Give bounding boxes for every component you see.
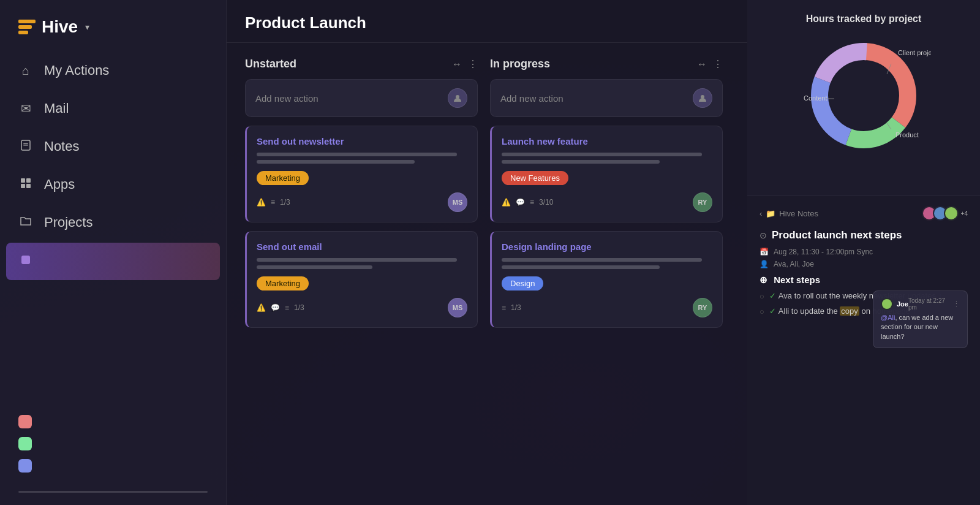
sidebar-item-active-project[interactable]	[6, 243, 220, 280]
card-line	[502, 265, 660, 269]
chat-bubble: Joe Today at 2:27 pm ⋮ @Ali, can we add …	[873, 290, 968, 348]
project-dot-blue[interactable]	[18, 459, 32, 473]
resize-icon[interactable]: ↔	[452, 59, 462, 70]
circle-icon: ○	[760, 306, 764, 317]
chat-header: Joe Today at 2:27 pm ⋮	[881, 297, 960, 311]
warning-icon: ⚠️	[257, 303, 266, 312]
notes-panel: ‹ 📁 Hive Notes +4 ⊙ Product launch next …	[747, 196, 980, 505]
card-count: 1/3	[511, 303, 521, 312]
circle-icon: ○	[760, 291, 764, 302]
avatar-ry: RY	[693, 298, 712, 317]
collapse-icon[interactable]: ⊙	[760, 230, 767, 240]
svg-text:Content: Content	[804, 94, 827, 102]
svg-point-14	[829, 61, 898, 130]
notes-items-area: ○ ✓ Ava to roll out the weekly newslette…	[760, 290, 968, 317]
card-meta: ⚠️ 💬 ≡ 1/3	[257, 303, 304, 312]
check-done: ✓	[769, 306, 776, 317]
more-icon[interactable]: ⋮	[468, 58, 478, 70]
sidebar-scrollbar	[18, 491, 208, 493]
person-icon: 👤	[760, 260, 769, 268]
check-small: ✓	[769, 290, 776, 302]
chart-panel: Hours tracked by project Client project	[747, 0, 980, 196]
calendar-icon: 📅	[760, 248, 769, 256]
card-line	[257, 160, 415, 164]
card-send-newsletter[interactable]: Send out newsletter Marketing ⚠️ ≡ 1/3	[245, 126, 478, 222]
avatar-placeholder	[693, 88, 712, 108]
card-meta: ≡ 1/3	[502, 303, 521, 312]
avatar-ms: MS	[448, 192, 467, 212]
chat-icon: 💬	[271, 303, 280, 312]
svg-text:Product: Product	[895, 131, 919, 139]
notes-section-next-steps: ⊕ Next steps	[760, 275, 968, 286]
notes-header: ‹ 📁 Hive Notes +4	[760, 206, 968, 221]
card-tag-marketing: Marketing	[257, 276, 309, 290]
column-header-in-progress: In progress ↔ ⋮	[490, 58, 723, 70]
card-line	[257, 153, 457, 156]
chat-more-icon[interactable]: ⋮	[953, 300, 960, 308]
card-title: Send out email	[257, 241, 467, 252]
page-header: Product Launch	[227, 0, 747, 43]
back-icon[interactable]: ‹	[760, 209, 762, 218]
sidebar-item-label: Notes	[44, 139, 79, 154]
chat-time: Today at 2:27 pm	[908, 297, 951, 311]
right-panel: Hours tracked by project Client project	[747, 0, 980, 505]
notes-title: Product launch next steps	[772, 229, 902, 241]
project-dot-green[interactable]	[18, 437, 32, 450]
chat-sender: Joe	[897, 300, 908, 308]
project-dot-red[interactable]	[18, 415, 32, 428]
sidebar-item-notes[interactable]: Notes	[0, 127, 226, 165]
column-unstarted: Unstarted ↔ ⋮ Add new action Send out ne…	[245, 58, 478, 490]
projects-icon	[18, 215, 33, 230]
avatar-placeholder	[448, 88, 467, 108]
main-content: Product Launch Unstarted ↔ ⋮ Add new act…	[227, 0, 747, 505]
card-title: Launch new feature	[502, 136, 712, 146]
apps-icon	[18, 177, 33, 192]
sidebar-item-my-actions[interactable]: ⌂ My Actions	[0, 51, 226, 89]
section-circle: ⊕	[760, 275, 767, 285]
sidebar-item-label: Mail	[44, 101, 69, 116]
add-action-text: Add new action	[500, 93, 564, 104]
logo-text: Hive	[42, 17, 78, 37]
notes-attendees: 👤 Ava, Ali, Joe	[760, 260, 968, 268]
folder-icon: 📁	[766, 209, 775, 218]
card-count: 1/3	[294, 303, 304, 312]
card-line	[502, 160, 660, 164]
card-lines	[502, 153, 712, 164]
card-title: Send out newsletter	[257, 136, 467, 146]
warning-icon: ⚠️	[257, 198, 266, 207]
resize-icon[interactable]: ↔	[697, 59, 707, 70]
logo-area[interactable]: Hive ▾	[0, 0, 226, 51]
sidebar-nav: ⌂ My Actions ✉ Mail Notes	[0, 51, 226, 409]
card-title: Design landing page	[502, 241, 712, 252]
sidebar-item-projects[interactable]: Projects	[0, 203, 226, 241]
sidebar-item-apps[interactable]: Apps	[0, 165, 226, 203]
column-title: Unstarted	[245, 58, 296, 70]
card-tag-new-features: New Features	[502, 171, 568, 185]
chevron-down-icon[interactable]: ▾	[85, 22, 89, 32]
chat-avatar	[881, 298, 893, 310]
notes-date-text: Aug 28, 11:30 - 12:00pm Sync	[774, 248, 873, 256]
add-action-bar-unstarted[interactable]: Add new action	[245, 79, 478, 117]
svg-rect-3	[21, 178, 25, 183]
avatars-plus: +4	[961, 210, 968, 217]
avatar-ms: MS	[448, 298, 467, 317]
breadcrumb-text: Hive Notes	[779, 209, 818, 218]
card-footer: ≡ 1/3 RY	[502, 298, 712, 317]
svg-rect-6	[26, 184, 31, 188]
card-design-landing[interactable]: Design landing page Design ≡ 1/3 RY	[490, 231, 723, 328]
more-icon[interactable]: ⋮	[713, 58, 723, 70]
sidebar-item-mail[interactable]: ✉ Mail	[0, 89, 226, 127]
chat-icon: 💬	[516, 198, 525, 207]
avatar-ry: RY	[693, 192, 712, 212]
home-icon: ⌂	[18, 64, 33, 78]
add-action-bar-in-progress[interactable]: Add new action	[490, 79, 723, 117]
card-lines	[502, 258, 712, 269]
column-actions: ↔ ⋮	[452, 58, 478, 70]
card-send-email[interactable]: Send out email Marketing ⚠️ 💬 ≡ 1/3	[245, 231, 478, 328]
card-line	[502, 258, 702, 262]
card-launch-feature[interactable]: Launch new feature New Features ⚠️ 💬 ≡ 3…	[490, 126, 723, 222]
svg-rect-1	[23, 143, 28, 144]
card-lines	[257, 153, 467, 164]
card-meta: ⚠️ ≡ 1/3	[257, 198, 290, 207]
hive-logo-icon	[18, 20, 36, 34]
